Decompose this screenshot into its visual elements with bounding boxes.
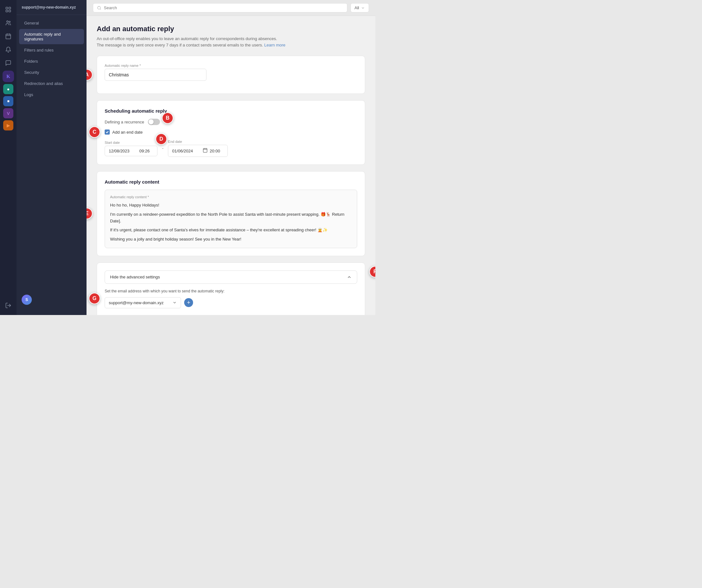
sidebar: support@my-new-domain.xyz General Automa… bbox=[16, 0, 87, 315]
svg-point-5 bbox=[9, 21, 10, 23]
filter-label: All bbox=[355, 5, 359, 10]
icon-bar: K ● ■ V ▶ bbox=[0, 0, 16, 315]
name-card: A Automatic reply name * bbox=[97, 56, 365, 94]
svg-line-12 bbox=[100, 9, 101, 9]
reply-content-title: Automatic reply content bbox=[105, 179, 357, 185]
toggle-knob bbox=[148, 119, 154, 124]
email-dropdown[interactable]: support@my-new-domain.xyz bbox=[105, 297, 181, 308]
email-select-row: support@my-new-domain.xyz + bbox=[105, 297, 357, 308]
sidebar-item-general[interactable]: General bbox=[19, 18, 84, 28]
end-date-checkbox[interactable] bbox=[105, 129, 110, 134]
annotation-e: E bbox=[87, 208, 93, 219]
learn-more-link[interactable]: Learn more bbox=[264, 42, 285, 47]
recurrence-toggle[interactable] bbox=[148, 119, 160, 125]
svg-point-4 bbox=[7, 21, 8, 22]
recurrence-row: Defining a recurrence B bbox=[105, 119, 357, 125]
reply-text: Ho ho ho, Happy Holidays! I'm currently … bbox=[110, 202, 352, 243]
svg-rect-2 bbox=[6, 10, 8, 12]
name-field-group: Automatic reply name * bbox=[105, 64, 357, 81]
recurrence-label: Defining a recurrence bbox=[105, 120, 144, 124]
end-date-field: End date bbox=[168, 140, 228, 157]
start-date-input[interactable] bbox=[109, 149, 137, 154]
sidebar-item-redirection[interactable]: Redirection and alias bbox=[19, 78, 84, 89]
chevron-up-icon bbox=[347, 275, 352, 280]
end-date-input-wrap[interactable] bbox=[168, 145, 228, 157]
calendar-icon[interactable] bbox=[203, 148, 208, 154]
sidebar-item-folders[interactable]: Folders bbox=[19, 56, 84, 67]
scheduling-card: Scheduling automatic reply Defining a re… bbox=[97, 100, 365, 165]
advanced-toggle-label: Hide the advanced settings bbox=[110, 275, 160, 279]
reply-content-box[interactable]: Automatic reply content * Ho ho ho, Happ… bbox=[105, 190, 357, 248]
content-area: Add an automatic reply An out-of-office … bbox=[87, 16, 375, 315]
advanced-card: F Hide the advanced settings G Set the e… bbox=[97, 263, 365, 315]
sidebar-item-logs[interactable]: Logs bbox=[19, 89, 84, 100]
end-date-input[interactable] bbox=[172, 149, 201, 154]
start-date-input-wrap[interactable] bbox=[105, 146, 157, 156]
start-time-input[interactable] bbox=[139, 149, 153, 154]
app-orange-icon[interactable]: ▶ bbox=[3, 120, 13, 130]
add-email-button[interactable]: + bbox=[184, 298, 193, 307]
user-avatar: S bbox=[22, 295, 32, 305]
logout-icon[interactable] bbox=[3, 300, 14, 311]
svg-rect-6 bbox=[6, 34, 11, 39]
advanced-toggle-row[interactable]: Hide the advanced settings bbox=[105, 271, 357, 284]
users-icon[interactable] bbox=[3, 17, 14, 29]
search-input-wrap[interactable] bbox=[93, 3, 347, 12]
sidebar-item-security[interactable]: Security bbox=[19, 67, 84, 78]
bell-icon[interactable] bbox=[3, 44, 14, 56]
svg-point-11 bbox=[98, 6, 101, 9]
sidebar-item-automatic-reply[interactable]: Automatic reply and signatures bbox=[19, 29, 84, 44]
calendar-sidebar-icon[interactable] bbox=[3, 30, 14, 42]
svg-rect-0 bbox=[6, 7, 8, 9]
date-separator: - bbox=[161, 145, 165, 151]
sidebar-item-filters[interactable]: Filters and rules bbox=[19, 45, 84, 56]
start-date-field: Start date bbox=[105, 140, 157, 156]
chat-icon[interactable] bbox=[3, 57, 14, 69]
app-blue-icon[interactable]: ■ bbox=[3, 96, 13, 106]
page-subtitle: An out-of-office reply enables you to le… bbox=[97, 36, 365, 48]
dropdown-chevron-icon bbox=[172, 300, 177, 305]
annotation-c: C bbox=[89, 126, 100, 138]
account-label: support@my-new-domain.xyz bbox=[16, 5, 87, 15]
annotation-f: F bbox=[369, 266, 375, 278]
date-row: D Start date - End date bbox=[105, 140, 357, 157]
end-date-checkbox-row: C Add an end date bbox=[105, 129, 357, 134]
search-input[interactable] bbox=[104, 5, 343, 10]
scheduling-title: Scheduling automatic reply bbox=[105, 108, 357, 114]
annotation-d: D bbox=[155, 133, 167, 145]
app-k-icon[interactable]: K bbox=[3, 71, 14, 82]
grid-icon[interactable] bbox=[3, 4, 14, 15]
advanced-section: G Set the email address with which you w… bbox=[105, 289, 357, 315]
svg-rect-1 bbox=[9, 7, 11, 9]
search-bar: All bbox=[87, 0, 375, 16]
svg-rect-13 bbox=[203, 149, 207, 153]
app-purple-icon[interactable]: V bbox=[3, 108, 13, 118]
chevron-down-icon bbox=[361, 6, 365, 10]
end-time-input[interactable] bbox=[210, 149, 224, 154]
svg-rect-3 bbox=[9, 10, 11, 12]
ignore-section: H Set the email addresses you want to ig… bbox=[105, 315, 357, 315]
annotation-b: B bbox=[162, 112, 173, 124]
main-content: All Add an automatic reply An out-of-off… bbox=[87, 0, 375, 315]
search-icon bbox=[97, 6, 102, 10]
reply-content-card: Automatic reply content E Automatic repl… bbox=[97, 171, 365, 256]
app-teal-icon[interactable]: ● bbox=[3, 84, 13, 94]
search-filter-dropdown[interactable]: All bbox=[351, 3, 369, 12]
end-date-label: Add an end date bbox=[112, 130, 142, 134]
page-title: Add an automatic reply bbox=[97, 25, 365, 33]
name-input[interactable] bbox=[105, 69, 207, 81]
annotation-a: A bbox=[87, 69, 93, 81]
send-from-section: G Set the email address with which you w… bbox=[105, 289, 357, 308]
name-field-label: Automatic reply name * bbox=[105, 64, 357, 68]
annotation-g: G bbox=[89, 293, 100, 304]
